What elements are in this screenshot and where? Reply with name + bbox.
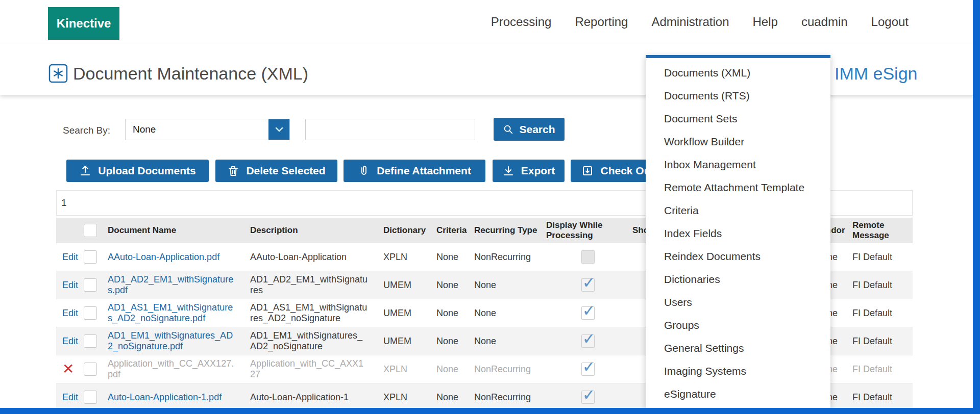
description-cell: AD1_EM1_withSignatures_AD2_noSignature [250, 330, 383, 352]
page-title: Document Maintenance (XML) [73, 44, 308, 95]
recurring-type-cell: None [474, 280, 546, 291]
document-name-link[interactable]: AD1_EM1_withSignatures_AD2_noSignature.p… [108, 330, 233, 351]
criteria-cell: None [436, 308, 474, 319]
vertical-scrollbar[interactable] [973, 0, 980, 414]
bottom-blue-bar [0, 408, 980, 414]
search-button[interactable]: Search [494, 118, 565, 141]
description-header: Description [250, 225, 383, 236]
export-icon [502, 165, 514, 177]
edit-link[interactable]: Edit [62, 392, 78, 402]
description-cell: Auto-Loan-Application-1 [250, 392, 383, 403]
chevron-down-icon [273, 123, 285, 136]
remote-message-cell: FI Default [848, 308, 913, 319]
description-cell: AAuto-Loan-Application [250, 252, 383, 263]
dictionary-cell: UMEM [383, 336, 436, 347]
row-checkbox[interactable] [84, 334, 97, 348]
document-maintenance-icon [48, 63, 68, 84]
select-arrow-button[interactable] [268, 119, 289, 140]
document-name-link[interactable]: AD1_AD2_EM1_withSignatures.pdf [108, 274, 233, 295]
menu-item-esignature[interactable]: eSignature [646, 382, 830, 405]
menu-item-criteria[interactable]: Criteria [646, 199, 830, 222]
display-while-processing-header: Display While Processing [546, 220, 629, 241]
criteria-header: Criteria [436, 225, 474, 236]
row-checkbox[interactable] [84, 278, 97, 292]
nav-help[interactable]: Help [753, 15, 778, 29]
red-x-icon[interactable] [62, 362, 74, 376]
remote-message-cell: FI Default [848, 336, 913, 347]
menu-item-reindex-documents[interactable]: Reindex Documents [646, 245, 830, 268]
dictionary-header: Dictionary [383, 225, 436, 236]
export-button[interactable]: Export [493, 160, 565, 182]
nav-logout[interactable]: Logout [871, 15, 909, 29]
display-checkbox-checked[interactable] [581, 306, 595, 320]
menu-item-users[interactable]: Users [646, 291, 830, 314]
menu-item-remote-attachment-template[interactable]: Remote Attachment Template [646, 176, 830, 199]
description-cell: AD1_AS1_EM1_withSignatures_AD2_noSignatu… [250, 302, 383, 324]
display-checkbox-checked[interactable] [581, 363, 595, 376]
paperclip-icon [358, 165, 370, 177]
document-name-header: Document Name [108, 225, 250, 236]
edit-link[interactable]: Edit [62, 336, 78, 346]
recurring-type-cell: None [474, 336, 546, 347]
nav-processing[interactable]: Processing [491, 15, 552, 29]
menu-item-inbox-management[interactable]: Inbox Management [646, 153, 830, 176]
trash-icon [227, 165, 239, 177]
row-checkbox[interactable] [84, 306, 97, 320]
recurring-type-cell: NonRecurring [474, 252, 546, 263]
display-checkbox-checked[interactable] [581, 334, 595, 348]
define-attachment-label: Define Attachment [377, 165, 471, 177]
select-all-header [84, 224, 108, 237]
delete-selected-label: Delete Selected [246, 165, 325, 177]
page-number[interactable]: 1 [61, 197, 67, 209]
dictionary-cell: UMEM [383, 280, 436, 291]
menu-item-dictionaries[interactable]: Dictionaries [646, 268, 830, 291]
display-checkbox-checked[interactable] [581, 391, 595, 404]
description-cell: Application_with_CC_AXX127 [250, 358, 383, 380]
document-name-link[interactable]: AAuto-Loan-Application.pdf [108, 252, 219, 262]
menu-item-workflow-builder[interactable]: Workflow Builder [646, 130, 830, 153]
search-input[interactable] [305, 119, 475, 140]
criteria-cell: None [436, 280, 474, 291]
search-by-label: Search By: [63, 125, 110, 136]
edit-link[interactable]: Edit [62, 308, 78, 318]
remote-message-cell: FI Default [848, 252, 913, 263]
document-name-text: Application_with_CC_AXX127.pdf [108, 358, 250, 380]
nav-links: Processing Reporting Administration Help… [491, 0, 909, 44]
upload-documents-button[interactable]: Upload Documents [66, 160, 209, 182]
delete-selected-button[interactable]: Delete Selected [215, 160, 337, 182]
nav-cuadmin[interactable]: cuadmin [801, 15, 848, 29]
dictionary-cell: XPLN [383, 392, 436, 403]
recurring-type-header: Recurring Type [474, 225, 546, 236]
dictionary-cell: XPLN [383, 252, 436, 263]
menu-item-document-sets[interactable]: Document Sets [646, 107, 830, 130]
menu-item-groups[interactable]: Groups [646, 314, 830, 337]
nav-administration[interactable]: Administration [651, 15, 729, 29]
top-nav: Kinective Processing Reporting Administr… [0, 0, 980, 44]
menu-item-index-fields[interactable]: Index Fields [646, 222, 830, 245]
description-cell: AD1_AD2_EM1_withSignatures [250, 274, 383, 296]
edit-link[interactable]: Edit [62, 280, 78, 290]
menu-item-documents-rts[interactable]: Documents (RTS) [646, 84, 830, 107]
criteria-cell: None [436, 392, 474, 403]
row-checkbox[interactable] [84, 363, 97, 376]
display-checkbox-checked[interactable] [581, 278, 595, 292]
remote-message-cell: FI Default [848, 392, 913, 403]
display-checkbox-unchecked[interactable] [581, 250, 595, 264]
select-all-checkbox[interactable] [84, 224, 97, 237]
define-attachment-button[interactable]: Define Attachment [344, 160, 485, 182]
search-by-selected-value: None [126, 119, 289, 140]
edit-link[interactable]: Edit [62, 252, 78, 262]
remote-message-cell: FI Default [848, 280, 913, 291]
search-by-select[interactable]: None [125, 119, 290, 140]
document-name-link[interactable]: Auto-Loan-Application-1.pdf [108, 392, 222, 402]
document-name-link[interactable]: AD1_AS1_EM1_withSignatures_AD2_noSignatu… [108, 302, 233, 323]
nav-reporting[interactable]: Reporting [575, 15, 628, 29]
menu-item-general-settings[interactable]: General Settings [646, 337, 830, 359]
menu-item-imaging-systems[interactable]: Imaging Systems [646, 359, 830, 382]
row-checkbox[interactable] [84, 391, 97, 404]
page-header: Document Maintenance (XML) IMM eSign [0, 44, 980, 95]
row-checkbox[interactable] [84, 250, 97, 264]
recurring-type-cell: None [474, 308, 546, 319]
menu-item-documents-xml[interactable]: Documents (XML) [646, 61, 830, 84]
check-out-icon [581, 165, 594, 177]
